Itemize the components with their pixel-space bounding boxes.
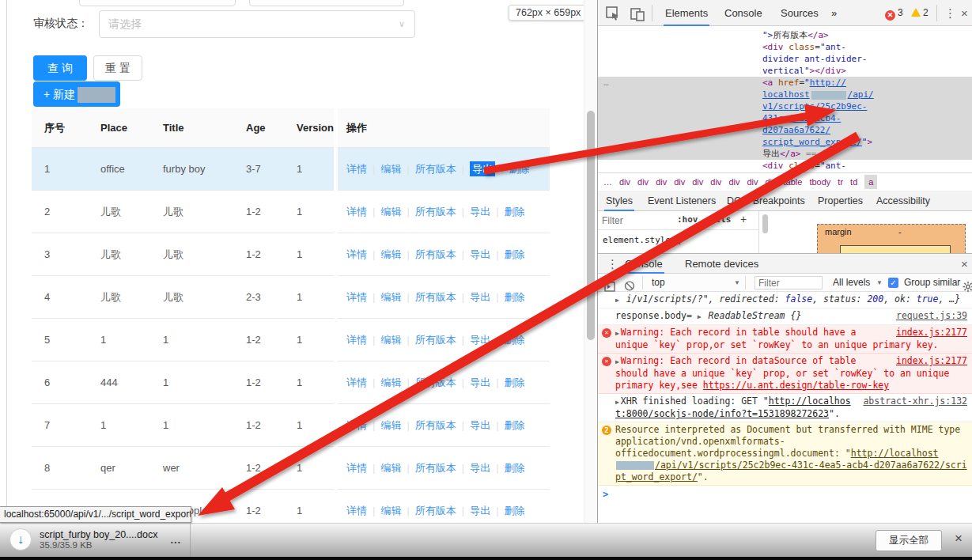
action-detail[interactable]: 详情 bbox=[346, 206, 367, 218]
breadcrumb-item[interactable]: div bbox=[766, 177, 777, 187]
new-style-rule-button[interactable]: + bbox=[740, 213, 747, 225]
breadcrumb-item[interactable]: div bbox=[637, 177, 649, 187]
code-line[interactable]: …<a href="http:// bbox=[598, 77, 972, 89]
action-delete[interactable]: 删除 bbox=[509, 163, 530, 175]
action-detail[interactable]: 详情 bbox=[346, 291, 367, 303]
action-export[interactable]: 导出 bbox=[470, 291, 490, 303]
table-row[interactable]: 1 office furby boy 3-7 1 详情|编辑|所有版本|导出|删… bbox=[32, 148, 550, 191]
tab-styles[interactable]: Styles bbox=[606, 191, 633, 211]
breadcrumb-item[interactable]: div bbox=[656, 177, 667, 187]
action-edit[interactable]: 编辑 bbox=[380, 291, 401, 303]
action-edit[interactable]: 编辑 bbox=[380, 163, 401, 175]
source-link[interactable]: index.js:2177 bbox=[896, 327, 967, 339]
action-detail[interactable]: 详情 bbox=[346, 248, 367, 260]
action-export[interactable]: 导出 bbox=[470, 161, 495, 176]
action-detail[interactable]: 详情 bbox=[346, 419, 367, 431]
action-detail[interactable]: 详情 bbox=[346, 462, 367, 474]
tab-sources[interactable]: Sources bbox=[781, 0, 819, 26]
breadcrumb-item[interactable]: div bbox=[728, 177, 739, 187]
action-edit[interactable]: 编辑 bbox=[380, 334, 401, 346]
code-line[interactable]: localhost/api/ bbox=[598, 89, 972, 100]
execution-context-selector[interactable]: top bbox=[652, 274, 665, 292]
breadcrumb-item[interactable]: tbody bbox=[809, 177, 830, 187]
action-export[interactable]: 导出 bbox=[470, 206, 490, 218]
action-export[interactable]: 导出 bbox=[470, 505, 490, 516]
hover-state-toggle[interactable]: :hov bbox=[677, 214, 698, 225]
code-line[interactable]: 431c-4ea5-acb4- bbox=[598, 112, 972, 124]
filter-input-partial-1[interactable] bbox=[79, 0, 236, 6]
table-row[interactable]: 2 儿歌 儿歌 1-2 1 详情|编辑|所有版本|导出|删除 bbox=[32, 191, 550, 233]
console-message-error[interactable]: ✕index.js:2177▶Warning: Each record in d… bbox=[598, 354, 972, 394]
action-detail[interactable]: 详情 bbox=[346, 505, 367, 516]
boxmodel-border[interactable] bbox=[840, 245, 951, 253]
tab-console[interactable]: Console bbox=[724, 0, 762, 26]
action-delete[interactable]: 删除 bbox=[505, 206, 525, 218]
table-row[interactable]: 6 444 1 1-2 1 详情|编辑|所有版本|导出|删除 bbox=[32, 361, 550, 404]
action-delete[interactable]: 删除 bbox=[505, 505, 525, 516]
code-line[interactable]: <div class="ant- bbox=[598, 160, 972, 172]
table-row[interactable]: 7 1 1 1-2 1 详情|编辑|所有版本|导出|删除 bbox=[32, 404, 550, 447]
close-downloads-bar-icon[interactable]: × bbox=[955, 531, 963, 547]
tab-console-drawer[interactable]: Console bbox=[625, 254, 663, 274]
dropdown-caret-icon[interactable]: ▼ bbox=[734, 274, 740, 292]
console-prompt[interactable]: > bbox=[598, 486, 972, 504]
error-badge[interactable]: ✕3 bbox=[885, 7, 903, 21]
table-row[interactable]: 4 儿歌 儿歌 2-3 1 详情|编辑|所有版本|导出|删除 bbox=[32, 276, 550, 319]
download-item[interactable]: ↓ script_furby boy_20....docx 35.9/35.9 … bbox=[9, 528, 181, 551]
table-row[interactable]: 5 1 1 1-2 1 详情|编辑|所有版本|导出|删除 bbox=[32, 319, 550, 361]
styles-pane-splitter[interactable] bbox=[758, 211, 759, 253]
action-delete[interactable]: 删除 bbox=[505, 248, 525, 260]
audit-status-select[interactable]: 请选择 ∨ bbox=[99, 10, 415, 38]
scrollbar-thumb[interactable] bbox=[587, 111, 595, 340]
action-edit[interactable]: 编辑 bbox=[380, 248, 401, 260]
show-all-downloads-button[interactable]: 显示全部 bbox=[876, 530, 942, 551]
code-line[interactable]: vertical"></div> bbox=[598, 65, 972, 77]
filter-input-partial-2[interactable] bbox=[249, 0, 404, 6]
action-all-versions[interactable]: 所有版本 bbox=[415, 163, 456, 175]
action-edit[interactable]: 编辑 bbox=[380, 419, 401, 431]
reset-button[interactable]: 重 置 bbox=[93, 55, 142, 81]
download-more-icon[interactable]: ... bbox=[170, 534, 181, 546]
boxmodel-margin[interactable]: margin - bbox=[817, 224, 966, 253]
breadcrumb-item[interactable]: div bbox=[692, 177, 703, 187]
tab-remote-devices[interactable]: Remote devices bbox=[685, 254, 758, 274]
console-message-error[interactable]: ✕index.js:2177▶Warning: Each record in t… bbox=[598, 325, 972, 354]
breadcrumb-item[interactable]: … bbox=[603, 177, 612, 187]
warning-badge[interactable]: 2 bbox=[911, 7, 929, 18]
kebab-menu-icon[interactable]: ⋮ bbox=[607, 254, 618, 274]
action-all-versions[interactable]: 所有版本 bbox=[415, 291, 456, 303]
page-scrollbar[interactable] bbox=[584, 0, 596, 524]
action-edit[interactable]: 编辑 bbox=[380, 462, 401, 474]
styles-filter-input[interactable] bbox=[602, 214, 671, 227]
tab-elements[interactable]: Elements bbox=[665, 0, 708, 26]
action-export[interactable]: 导出 bbox=[470, 376, 490, 388]
breadcrumb-item[interactable]: td bbox=[850, 177, 857, 187]
kebab-menu-icon[interactable]: ⋮ bbox=[944, 0, 956, 26]
device-toolbar-icon[interactable] bbox=[630, 6, 645, 21]
action-delete[interactable]: 删除 bbox=[505, 291, 525, 303]
console-message-log[interactable]: request.js:39response.body= ▶ ReadableSt… bbox=[598, 308, 972, 325]
action-all-versions[interactable]: 所有版本 bbox=[415, 334, 456, 346]
breadcrumb-item[interactable]: a bbox=[864, 175, 877, 189]
breadcrumb-item[interactable]: div bbox=[619, 177, 630, 187]
inspect-element-icon[interactable] bbox=[605, 6, 621, 21]
console-filter-input[interactable] bbox=[755, 276, 823, 289]
code-line[interactable]: d207aa6a7622/ bbox=[598, 124, 972, 136]
action-all-versions[interactable]: 所有版本 bbox=[415, 505, 456, 516]
tab-accessibility[interactable]: Accessibility bbox=[876, 191, 930, 211]
create-button[interactable]: + 新建 bbox=[33, 81, 120, 107]
console-message-log[interactable]: ▶ i/v1/scripts/?", redirected: false, st… bbox=[598, 292, 972, 308]
action-edit[interactable]: 编辑 bbox=[380, 505, 401, 516]
action-delete[interactable]: 删除 bbox=[505, 334, 525, 346]
action-export[interactable]: 导出 bbox=[470, 419, 490, 431]
code-line[interactable]: script_word_export/"> bbox=[598, 136, 972, 148]
action-all-versions[interactable]: 所有版本 bbox=[415, 376, 456, 388]
action-all-versions[interactable]: 所有版本 bbox=[415, 206, 456, 218]
tab-properties[interactable]: Properties bbox=[818, 191, 863, 211]
code-line[interactable]: v1/scripts/25c2b9ec- bbox=[598, 100, 972, 112]
action-all-versions[interactable]: 所有版本 bbox=[415, 419, 456, 431]
query-button[interactable]: 查 询 bbox=[33, 55, 87, 81]
action-delete[interactable]: 删除 bbox=[505, 376, 525, 388]
console-message-log[interactable]: abstract-xhr.js:132▶XHR finished loading… bbox=[598, 394, 972, 422]
table-row[interactable]: 3 儿歌 儿歌 1-2 1 详情|编辑|所有版本|导出|删除 bbox=[32, 233, 550, 276]
